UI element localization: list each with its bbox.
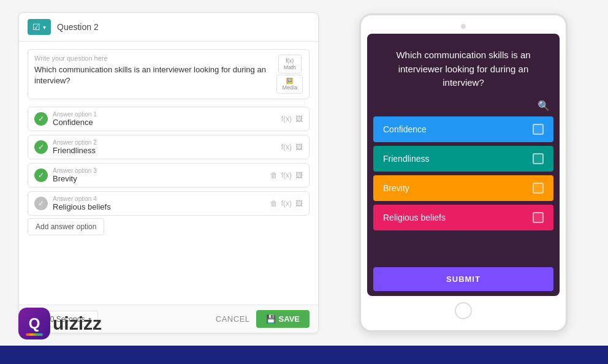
preview-answer-text-4: Religious beliefs — [383, 213, 446, 222]
math-label: Math — [284, 64, 296, 70]
search-icon: 🔍 — [367, 100, 560, 116]
dropdown-arrow-icon: ▾ — [43, 24, 46, 31]
image-button-4[interactable]: 🖼 — [295, 199, 303, 208]
submit-button[interactable]: SUBMIT — [373, 267, 553, 291]
editor-panel: ☑ ▾ Question 2 Write your question here … — [18, 12, 319, 333]
preview-panel: Which communication skills is an intervi… — [337, 12, 590, 333]
fx-icon: f(x) — [286, 58, 294, 64]
media-icon: 🖼️ — [286, 78, 293, 84]
answer-option-3: ✓ Answer option 3 Brevity 🗑 f(x) 🖼 — [28, 163, 310, 188]
question-text[interactable]: Which communication skills is an intervi… — [34, 64, 272, 86]
trash-icon-4[interactable]: 🗑 — [270, 199, 278, 208]
image-button-2[interactable]: 🖼 — [295, 143, 303, 151]
answer-option-2: ✓ Answer option 2 Friendliness f(x) 🖼 — [28, 135, 310, 159]
fx-button-4[interactable]: f(x) — [281, 199, 292, 208]
answer-checkbox-4[interactable] — [533, 212, 544, 223]
save-button[interactable]: 💾 SAVE — [256, 310, 310, 328]
correct-check-3[interactable]: ✓ — [34, 169, 48, 182]
fx-button-3[interactable]: f(x) — [281, 171, 292, 180]
preview-answer-4[interactable]: Religious beliefs — [373, 205, 553, 230]
answer-content-1: Answer option 1 Confidence — [53, 111, 276, 127]
preview-answer-3[interactable]: Brevity — [373, 175, 553, 201]
image-button-3[interactable]: 🖼 — [295, 171, 303, 180]
answer-option-1: ✓ Answer option 1 Confidence f(x) 🖼 — [28, 107, 310, 131]
option-text-2[interactable]: Friendliness — [53, 146, 276, 155]
answer-actions-1: f(x) 🖼 — [281, 115, 303, 123]
image-button-1[interactable]: 🖼 — [295, 115, 303, 123]
option-text-4[interactable]: Religious beliefs — [53, 202, 265, 211]
option-text-1[interactable]: Confidence — [53, 118, 276, 127]
trash-icon-3[interactable]: 🗑 — [270, 171, 278, 180]
answer-option-4: ✓ Answer option 4 Religious beliefs 🗑 f(… — [28, 191, 310, 216]
answer-actions-3: 🗑 f(x) 🖼 — [270, 171, 303, 180]
option-text-3[interactable]: Brevity — [53, 174, 265, 183]
preview-answer-1[interactable]: Confidence — [373, 116, 553, 142]
tablet-camera — [461, 24, 466, 29]
fx-button-2[interactable]: f(x) — [281, 143, 292, 151]
bottom-bar — [0, 346, 608, 364]
preview-answer-text-1: Confidence — [383, 124, 427, 134]
logo-area: Q uizizz — [18, 308, 102, 339]
preview-answer-2[interactable]: Friendliness — [373, 146, 553, 172]
answer-content-3: Answer option 3 Brevity — [53, 167, 265, 183]
preview-answers: Confidence Friendliness Brevity Religiou… — [367, 116, 560, 264]
question-placeholder: Write your question here — [34, 55, 272, 62]
question-type-button[interactable]: ☑ ▾ — [28, 19, 51, 35]
correct-check-2[interactable]: ✓ — [34, 140, 48, 154]
question-input-area[interactable]: Write your question here Which communica… — [28, 49, 310, 99]
tablet-screen: Which communication skills is an intervi… — [367, 34, 560, 296]
question-number-label: Question 2 — [57, 22, 99, 32]
tablet-home-button — [455, 302, 472, 319]
option-label-1: Answer option 1 — [53, 111, 276, 118]
preview-answer-text-2: Friendliness — [383, 154, 429, 164]
answer-checkbox-1[interactable] — [533, 124, 544, 135]
tablet-frame: Which communication skills is an intervi… — [359, 13, 568, 332]
answer-actions-2: f(x) 🖼 — [281, 143, 303, 151]
answer-checkbox-3[interactable] — [533, 183, 544, 194]
correct-check-4[interactable]: ✓ — [34, 197, 48, 210]
answer-options-list: ✓ Answer option 1 Confidence f(x) 🖼 ✓ An… — [28, 107, 310, 216]
question-tools: f(x) Math 🖼️ Media — [276, 55, 303, 94]
editor-body: Write your question here Which communica… — [19, 42, 318, 305]
media-button[interactable]: 🖼️ Media — [276, 75, 303, 94]
logo-icon: Q — [18, 308, 50, 339]
answer-content-4: Answer option 4 Religious beliefs — [53, 195, 265, 211]
add-answer-button[interactable]: Add answer option — [28, 218, 104, 235]
footer-actions: CANCEL 💾 SAVE — [216, 310, 310, 328]
answer-actions-4: 🗑 f(x) 🖼 — [270, 199, 303, 208]
media-label: Media — [282, 85, 297, 91]
preview-answer-text-3: Brevity — [383, 183, 409, 193]
logo-text-span: uizizz — [53, 313, 102, 333]
answer-checkbox-2[interactable] — [533, 153, 544, 164]
option-label-3: Answer option 3 — [53, 167, 265, 174]
editor-header: ☑ ▾ Question 2 — [19, 13, 318, 42]
option-label-2: Answer option 2 — [53, 139, 276, 146]
answer-content-2: Answer option 2 Friendliness — [53, 139, 276, 155]
logo-text: uizizz — [53, 313, 102, 334]
save-icon: 💾 — [266, 314, 276, 324]
check-icon: ☑ — [32, 22, 40, 32]
math-button[interactable]: f(x) Math — [278, 55, 302, 74]
preview-question: Which communication skills is an intervi… — [367, 34, 560, 100]
cancel-button[interactable]: CANCEL — [216, 314, 250, 324]
logo-q-letter: Q — [29, 315, 40, 332]
correct-check-1[interactable]: ✓ — [34, 112, 48, 126]
fx-button-1[interactable]: f(x) — [281, 115, 292, 123]
option-label-4: Answer option 4 — [53, 195, 265, 202]
save-label: SAVE — [279, 314, 300, 324]
logo-color-bar — [26, 333, 43, 336]
